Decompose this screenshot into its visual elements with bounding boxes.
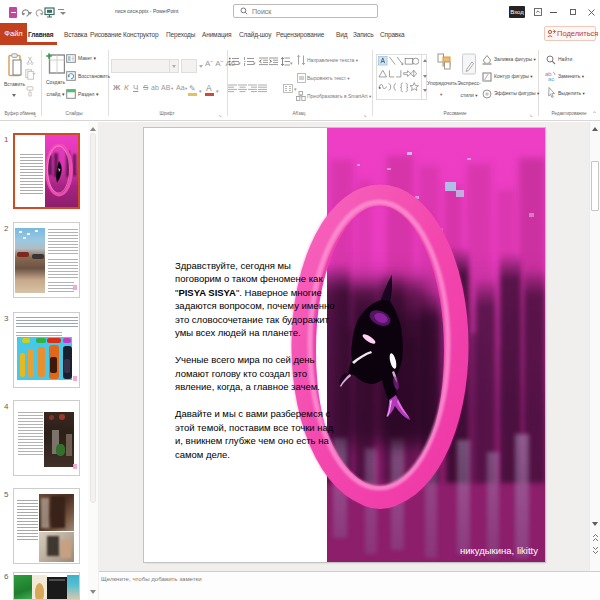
svg-text:ac: ac — [548, 76, 554, 82]
